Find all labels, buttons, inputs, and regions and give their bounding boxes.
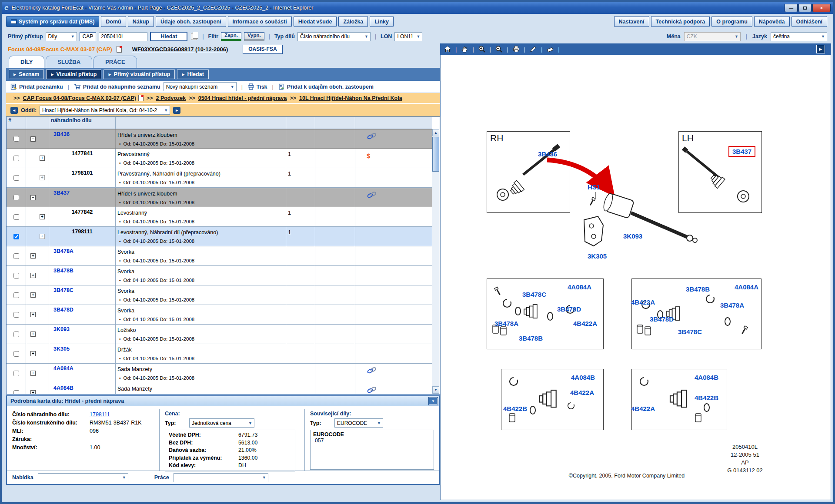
part-label-3b478b[interactable]: 3B478B <box>519 335 543 342</box>
tab[interactable]: DÍLY <box>9 56 44 68</box>
eraser-icon[interactable] <box>546 45 554 53</box>
tab[interactable]: SLUŽBA <box>46 56 92 68</box>
part-label-3k093[interactable]: 3K093 <box>623 232 642 240</box>
next-page-button[interactable]: ▶ <box>816 45 825 53</box>
part-label-3b437-highlighted[interactable]: 3B437 <box>728 146 755 157</box>
scrollbar-thumb[interactable] <box>432 137 439 172</box>
work-select[interactable]: ▼ <box>174 473 268 482</box>
row-checkbox[interactable] <box>13 175 19 181</box>
part-label-4a084b[interactable]: 4A084B <box>571 374 595 381</box>
part-label-4b422a[interactable]: 4B422A <box>631 298 655 306</box>
expand-toggle[interactable]: + <box>30 371 36 376</box>
close-button[interactable]: × <box>812 4 831 12</box>
nav-button[interactable]: Nákup <box>128 16 154 27</box>
expand-toggle[interactable]: + <box>40 175 45 180</box>
related-type-select[interactable]: EUROCODE▼ <box>334 418 383 428</box>
expand-toggle[interactable]: + <box>30 351 36 356</box>
add-note-button[interactable]: Přidat poznámku <box>10 83 63 90</box>
table-row[interactable]: − 3B436 Hřídel s univerz.kloubem •Od: 04… <box>7 129 432 149</box>
part-number-link[interactable]: 3B478A <box>51 248 73 254</box>
view-mode-button[interactable]: ▶ Seznam <box>9 70 44 79</box>
part-label-3b478a[interactable]: 3B478A <box>494 320 518 327</box>
table-row[interactable]: + 3B478C Svorka •Od: 04-10-2005 Do: 15-0… <box>7 285 432 305</box>
offer-select[interactable]: ▼ <box>38 473 128 482</box>
part-label-4b422a[interactable]: 4B422A <box>570 389 594 396</box>
part-label-4b422a[interactable]: 4B422A <box>573 320 597 327</box>
part-label-3b436[interactable]: 3B436 <box>538 150 557 158</box>
part-number-link[interactable]: 3K093 <box>51 326 70 332</box>
nav-button[interactable]: Odhlášení <box>792 16 827 27</box>
part-number-link[interactable]: 3B478B <box>51 268 73 274</box>
collapse-panel-button[interactable]: ▼ <box>429 398 438 405</box>
expand-toggle[interactable]: + <box>30 332 36 337</box>
expand-toggle[interactable]: − <box>30 195 36 200</box>
copy-page-icon[interactable] <box>191 33 197 40</box>
expand-toggle[interactable]: + <box>30 253 36 259</box>
row-checkbox[interactable] <box>13 390 19 395</box>
breadcrumb-link[interactable]: CAP Focus 04-08/Focus C-MAX 03-07 (CAP) <box>23 95 136 101</box>
part-label-3b478d[interactable]: 3B478D <box>650 315 674 323</box>
part-number-link[interactable]: 3B478D <box>51 307 73 313</box>
link-icon[interactable] <box>367 192 377 198</box>
row-checkbox[interactable] <box>13 253 19 259</box>
pan-hand-icon[interactable] <box>461 45 468 53</box>
language-select[interactable]: čeština▼ <box>771 32 827 41</box>
row-checkbox[interactable] <box>13 351 19 357</box>
nav-button[interactable]: Linky <box>370 16 394 27</box>
currency-select[interactable]: CZK▼ <box>684 32 741 41</box>
minimize-button[interactable]: — <box>785 4 798 12</box>
table-row[interactable]: + 3K093 Ložisko •Od: 04-10-2005 Do: 15-0… <box>7 325 432 344</box>
view-mode-button[interactable]: ▶ Vizuální přístup <box>46 70 101 79</box>
part-label-3b478c[interactable]: 3B478C <box>678 328 702 335</box>
vehicle-document-icon[interactable] <box>117 46 122 53</box>
table-row[interactable]: + 1477841 Pravostranný •Od: 04-10-2005 D… <box>7 149 432 168</box>
nav-button[interactable]: Informace o součásti <box>228 16 292 27</box>
table-row[interactable]: + 1798111 Levostranný, Náhradní díl (pře… <box>7 227 432 246</box>
part-label-3b478c[interactable]: 3B478C <box>522 291 546 298</box>
table-row[interactable]: − 3B437 Hřídel s univerz.kloubem •Od: 04… <box>7 188 432 207</box>
expand-toggle[interactable]: + <box>40 156 45 161</box>
table-row[interactable]: + 3K305 Držák •Od: 04-10-2005 Do: 15-01-… <box>7 344 432 364</box>
part-label-hs1[interactable]: HS1 <box>588 183 600 191</box>
part-label-4a084b[interactable]: 4A084B <box>695 374 718 381</box>
direct-access-input[interactable] <box>99 32 147 41</box>
add-to-dealer-data-button[interactable]: Přidat k údajům obch. zastoupení <box>278 83 374 90</box>
shopping-list-select[interactable]: Nový nákupní seznam▼ <box>164 82 237 91</box>
zoom-out-icon[interactable] <box>495 45 503 53</box>
row-checkbox[interactable] <box>13 136 19 142</box>
part-number-link[interactable]: 1477842 <box>72 209 93 215</box>
expand-toggle[interactable]: + <box>30 273 36 278</box>
view-mode-button[interactable]: ▶ Přímý vizuální přístup <box>104 70 175 79</box>
part-label-4b422b[interactable]: 4B422B <box>503 405 527 412</box>
part-type-select[interactable]: Číslo náhradního dílu▼ <box>297 32 371 41</box>
oasis-fsa-button[interactable]: OASIS-FSA <box>243 45 282 54</box>
link-icon[interactable] <box>367 133 377 139</box>
row-checkbox[interactable] <box>13 332 19 337</box>
part-number-link[interactable]: 1798101 <box>72 170 93 176</box>
part-label-4a084a[interactable]: 4A084A <box>568 283 591 291</box>
expand-toggle[interactable]: − <box>30 136 36 142</box>
expand-toggle[interactable]: + <box>40 214 45 219</box>
next-section-button[interactable]: ► <box>173 107 180 114</box>
price-icon[interactable]: $ <box>367 152 370 159</box>
breadcrumb-link[interactable]: 2 Podvozek <box>156 95 186 101</box>
part-label-3k305[interactable]: 3K305 <box>588 252 607 260</box>
nav-button[interactable]: Technická podpora <box>651 16 710 27</box>
part-number-link[interactable]: 3B436 <box>51 131 70 137</box>
annotate-pen-icon[interactable] <box>529 45 537 53</box>
part-number-link[interactable]: 3K305 <box>51 346 70 352</box>
row-checkbox[interactable] <box>13 234 19 239</box>
home-icon[interactable] <box>444 45 451 53</box>
part-label-4b422a[interactable]: 4B422A <box>631 405 655 412</box>
vehicle-vin-link[interactable]: WF03XXGCD36G08817 (10-12-2006) <box>132 46 228 53</box>
part-number-link[interactable]: 1477841 <box>72 150 93 156</box>
lon-select[interactable]: LON11▼ <box>394 32 422 41</box>
row-checkbox[interactable] <box>13 273 19 279</box>
nav-button[interactable]: Údaje obch. zastoupení <box>156 16 226 27</box>
row-checkbox[interactable] <box>13 312 19 318</box>
row-checkbox[interactable] <box>13 371 19 376</box>
breadcrumb-link[interactable]: 0504 Hnací hřídel - přední náprava <box>198 95 287 101</box>
table-row[interactable]: + 1477842 Levostranný •Od: 04-10-2005 Do… <box>7 207 432 227</box>
part-label-4b422b[interactable]: 4B422B <box>695 394 718 401</box>
view-mode-button[interactable]: ▶ Hledat <box>177 70 208 79</box>
